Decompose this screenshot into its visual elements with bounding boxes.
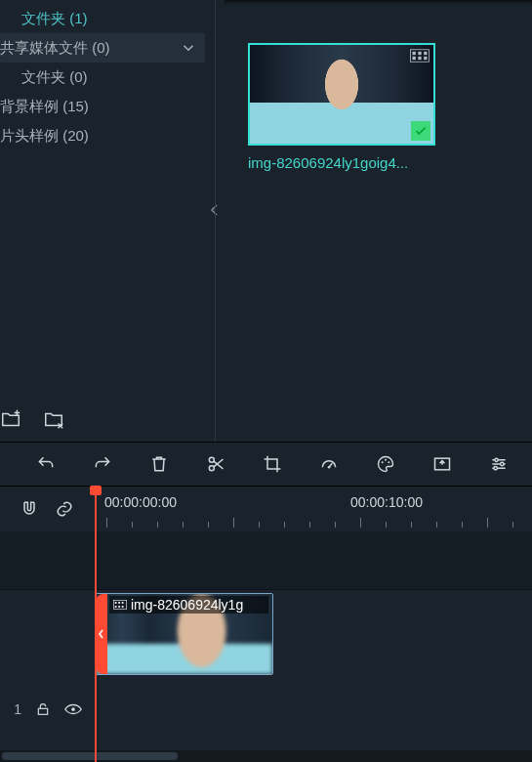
- scrollbar-thumb[interactable]: [2, 752, 178, 760]
- chevron-down-icon: [180, 39, 197, 57]
- svg-point-16: [494, 467, 497, 470]
- svg-rect-18: [115, 602, 117, 604]
- track-number: 1: [14, 701, 21, 717]
- delete-folder-button[interactable]: [43, 408, 64, 430]
- svg-point-12: [388, 461, 389, 463]
- clip-title: img-82606924ly1g: [109, 596, 268, 614]
- tree-item-folder-1[interactable]: 文件夹 (1): [0, 4, 205, 33]
- media-panel: img-82606924ly1goig4...: [225, 0, 532, 442]
- thumbnail-image: [250, 45, 433, 144]
- svg-rect-2: [418, 52, 421, 55]
- tree-item-subfolder[interactable]: 文件夹 (0): [0, 63, 205, 92]
- track-spacer: [0, 531, 532, 590]
- magnet-button[interactable]: [19, 498, 40, 520]
- media-thumbnail[interactable]: [248, 43, 435, 146]
- timeline-header-left: [0, 498, 94, 520]
- collapse-left-icon[interactable]: [210, 203, 220, 217]
- clip-left-handle[interactable]: [96, 594, 107, 674]
- panel-top-shadow: [225, 0, 532, 6]
- ruler[interactable]: 00:00:00:00 00:00:10:00: [95, 487, 532, 531]
- media-item[interactable]: img-82606924ly1goig4...: [248, 43, 435, 171]
- export-frame-button[interactable]: [431, 453, 453, 475]
- svg-rect-19: [118, 602, 120, 604]
- svg-rect-4: [413, 57, 416, 60]
- visibility-button[interactable]: [64, 701, 82, 717]
- svg-rect-5: [418, 57, 421, 60]
- svg-rect-1: [413, 52, 416, 55]
- svg-rect-23: [122, 606, 124, 608]
- redo-button[interactable]: [92, 453, 113, 475]
- link-button[interactable]: [54, 498, 75, 520]
- video-clip[interactable]: img-82606924ly1g: [95, 593, 273, 675]
- filmstrip-icon: [410, 49, 430, 63]
- svg-rect-6: [424, 57, 427, 60]
- svg-point-14: [495, 458, 498, 461]
- timeline-body: img-82606924ly1g 1: [0, 531, 532, 762]
- svg-point-10: [382, 461, 384, 463]
- svg-rect-17: [113, 601, 126, 610]
- ruler-label-0: 00:00:00:00: [104, 494, 177, 510]
- lock-button[interactable]: [35, 701, 51, 717]
- track-head: 1: [0, 701, 88, 717]
- tree-item-shared-media[interactable]: 共享媒体文件 (0): [0, 33, 205, 63]
- ruler-label-1: 00:00:10:00: [350, 494, 423, 510]
- add-folder-button[interactable]: [0, 408, 21, 430]
- svg-point-9: [328, 466, 331, 469]
- svg-rect-20: [122, 602, 124, 604]
- horizontal-scrollbar[interactable]: [0, 750, 532, 762]
- adjust-button[interactable]: [488, 453, 510, 475]
- playhead[interactable]: [95, 487, 97, 762]
- speed-button[interactable]: [318, 453, 340, 475]
- svg-rect-0: [410, 50, 429, 63]
- color-button[interactable]: [375, 453, 396, 475]
- tree-item-bg-samples[interactable]: 背景样例 (15): [0, 92, 205, 121]
- panel-divider[interactable]: [205, 0, 225, 442]
- svg-point-11: [385, 459, 387, 461]
- crop-button[interactable]: [262, 453, 283, 475]
- tree-item-label: 共享媒体文件 (0): [0, 37, 110, 59]
- tick-row: [95, 516, 532, 528]
- cut-button[interactable]: [205, 453, 226, 475]
- timeline-ruler[interactable]: 00:00:00:00 00:00:10:00: [0, 487, 532, 531]
- clip-label: img-82606924ly1g: [131, 597, 243, 613]
- tree-item-title-samples[interactable]: 片头样例 (20): [0, 121, 205, 150]
- svg-point-15: [501, 462, 504, 465]
- media-item-label: img-82606924ly1goig4...: [248, 146, 438, 171]
- toolbar: [0, 442, 532, 487]
- checkmark-badge: [411, 121, 430, 141]
- delete-button[interactable]: [148, 453, 170, 475]
- svg-rect-3: [424, 52, 427, 55]
- svg-rect-22: [118, 606, 120, 608]
- svg-rect-21: [115, 606, 117, 608]
- svg-point-25: [71, 707, 75, 711]
- undo-button[interactable]: [35, 453, 57, 475]
- sidebar: 文件夹 (1) 共享媒体文件 (0) 文件夹 (0) 背景样例 (15) 片头样…: [0, 0, 205, 442]
- video-track[interactable]: img-82606924ly1g 1: [0, 590, 532, 678]
- svg-rect-24: [38, 708, 47, 714]
- filmstrip-icon: [113, 599, 127, 611]
- sidebar-actions: [0, 408, 64, 430]
